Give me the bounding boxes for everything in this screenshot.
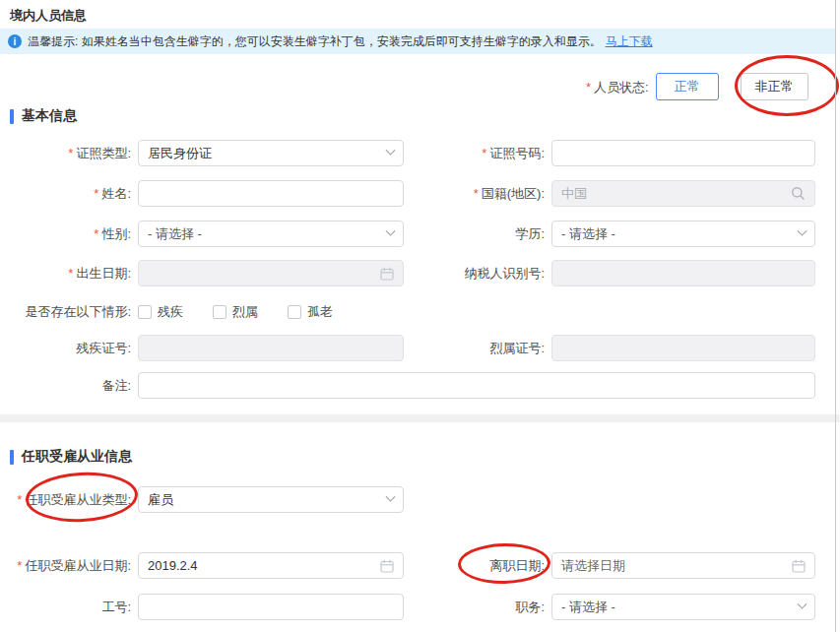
field-employment-date: *任职受雇从业日期: 2019.2.4 [0,552,404,579]
section-accent-bar [10,450,14,465]
status-normal-button[interactable]: 正常 [656,73,719,100]
field-martyr-no: 烈属证号: [414,335,815,361]
checkbox-lonely-elderly[interactable]: 孤老 [288,303,333,321]
required-mark: * [482,146,486,160]
window-edge-line [835,0,836,632]
employment-type-select[interactable]: 雇员 [138,486,404,513]
work-no-input[interactable] [148,595,394,619]
conditions-label: 是否存在以下情形: [0,298,138,325]
page-title: 境内人员信息 [10,7,87,25]
cert-type-select[interactable]: 居民身份证 [138,140,404,166]
section-employment-info: 任职受雇从业信息 [10,448,132,466]
field-name: *姓名: [0,180,404,207]
required-mark: * [17,558,22,573]
gender-select[interactable]: - 请选择 - [138,221,404,247]
checkbox-icon[interactable] [138,305,152,319]
remarks-input[interactable] [148,373,806,398]
field-taxpayer-id: 纳税人识别号: [414,260,815,286]
field-resign-date: 离职日期: 请选择日期 [414,552,815,579]
calendar-icon [380,559,394,573]
field-education: 学历: - 请选择 - [414,221,815,247]
person-status-label: *人员状态: [586,74,656,100]
search-icon [791,186,806,201]
status-abnormal-button[interactable]: 非正常 [741,73,808,100]
section-divider [0,414,840,422]
disability-no-input [138,335,404,361]
required-mark: * [474,186,479,201]
field-cert-no: *证照号码: [414,140,815,166]
checkbox-disability[interactable]: 残疾 [138,303,183,321]
section-accent-bar [10,109,14,124]
cert-no-input[interactable] [561,141,806,165]
chevron-down-icon [798,600,808,609]
required-mark: * [17,492,22,507]
employment-date-picker[interactable]: 2019.2.4 [138,552,404,579]
chevron-down-icon [386,492,396,502]
nationality-picker[interactable]: 中国 [551,180,815,207]
name-input[interactable] [148,181,394,206]
birth-date-picker [138,260,404,286]
field-conditions: 是否存在以下情形: 残疾 烈属 孤老 [0,298,362,325]
required-mark: * [586,80,591,95]
field-gender: *性别: - 请选择 - [0,221,404,247]
person-status-group: *人员状态: 正常 非正常 [586,73,808,100]
required-mark: * [94,226,98,241]
section-basic-info: 基本信息 [10,107,77,125]
education-select[interactable]: - 请选择 - [551,221,815,247]
personnel-info-page: 境内人员信息 i 温馨提示: 如果姓名当中包含生僻字的，您可以安装生僻字补丁包，… [0,0,840,632]
checkbox-icon[interactable] [213,305,226,319]
info-icon: i [8,34,22,48]
required-mark: * [68,146,73,160]
field-position: 职务: - 请选择 - [414,594,815,620]
taxpayer-id-input [551,260,815,286]
field-work-no: 工号: [0,594,404,620]
notice-bar: i 温馨提示: 如果姓名当中包含生僻字的，您可以安装生僻字补丁包，安装完成后即可… [0,29,836,54]
calendar-icon [792,559,806,573]
chevron-down-icon [386,226,396,236]
position-select[interactable]: - 请选择 - [551,594,815,620]
field-disability-no: 残疾证号: [0,335,404,361]
notice-text: 温馨提示: 如果姓名当中包含生僻字的，您可以安装生僻字补丁包，安装完成后即可支持… [28,33,602,50]
required-mark: * [94,186,98,201]
calendar-icon [380,267,394,281]
field-employment-type: *任职受雇从业类型: 雇员 [0,486,404,513]
required-mark: * [68,266,73,281]
field-cert-type: *证照类型: 居民身份证 [0,140,404,166]
field-nationality: *国籍(地区): 中国 [414,180,815,207]
checkbox-martyr-family[interactable]: 烈属 [213,303,258,321]
chevron-down-icon [386,146,396,156]
chevron-down-icon [798,226,808,236]
checkbox-icon[interactable] [288,305,301,319]
martyr-no-input [551,335,815,361]
download-link[interactable]: 马上下载 [606,33,653,50]
field-birth-date: *出生日期: [0,260,404,286]
field-remarks: 备注: [0,372,815,399]
resign-date-picker[interactable]: 请选择日期 [551,552,815,579]
